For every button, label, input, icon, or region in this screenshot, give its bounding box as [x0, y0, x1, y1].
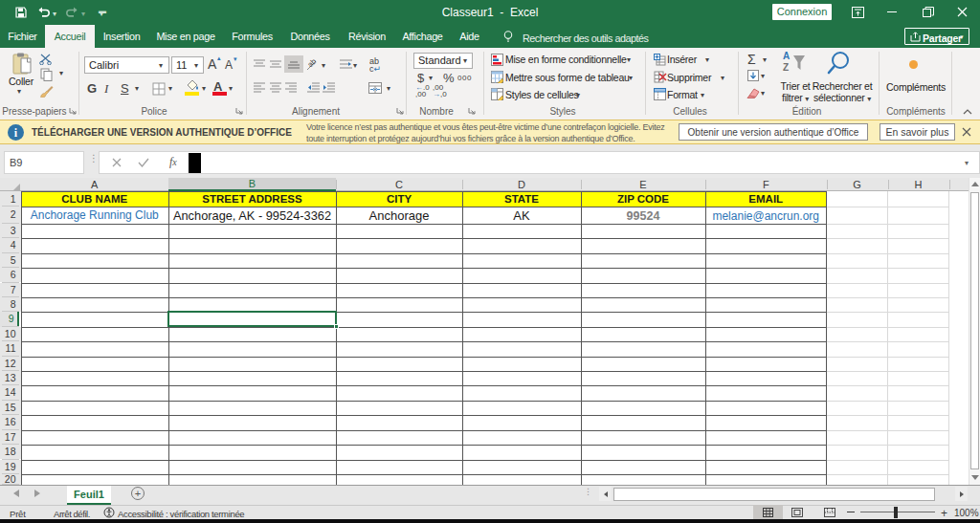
svg-text:ab: ab [306, 57, 319, 69]
